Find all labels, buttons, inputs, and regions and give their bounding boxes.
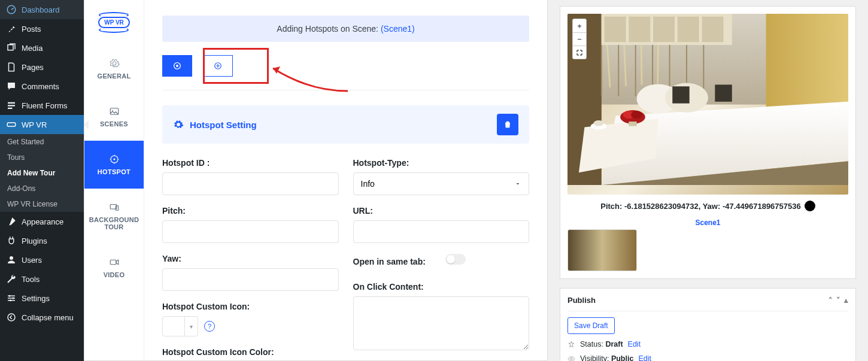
field-yaw: Yaw: bbox=[162, 254, 339, 291]
sliders-icon bbox=[6, 293, 17, 304]
svg-point-9 bbox=[8, 314, 15, 321]
sidebar-item-dashboard[interactable]: Dashboard bbox=[0, 0, 84, 19]
panorama-preview[interactable]: + − bbox=[567, 14, 848, 195]
device-icon bbox=[109, 202, 120, 213]
sidebar-item-collapse[interactable]: Collapse menu bbox=[0, 308, 84, 327]
sub-item-addons[interactable]: Add-Ons bbox=[0, 181, 84, 196]
scene-thumbnail[interactable] bbox=[567, 229, 637, 271]
sidebar-label: Pages bbox=[22, 63, 44, 72]
tab-label: SCENES bbox=[100, 120, 128, 128]
notice-scene-link[interactable]: (Scene1) bbox=[381, 24, 415, 34]
sidebar-item-appearance[interactable]: Appearance bbox=[0, 212, 84, 231]
preview-panel: + − Pitch: -6.181528623094732, Yaw: -47.… bbox=[560, 6, 856, 279]
panel-toggle-button[interactable]: ▴ bbox=[844, 296, 848, 305]
svg-line-49 bbox=[658, 45, 658, 83]
pitch-input[interactable] bbox=[162, 220, 339, 243]
tab-scenes[interactable]: SCENES bbox=[84, 93, 144, 141]
svg-line-48 bbox=[641, 45, 642, 84]
status-row: Status: Draft Edit bbox=[567, 340, 848, 348]
video-icon bbox=[109, 257, 120, 268]
zoom-in-button[interactable]: + bbox=[573, 19, 586, 32]
trash-icon bbox=[503, 120, 512, 129]
pin-icon bbox=[6, 23, 17, 34]
panel-move-up-button[interactable]: ˄ bbox=[828, 296, 833, 305]
hotspot-tab-current[interactable] bbox=[162, 55, 192, 77]
svg-rect-4 bbox=[7, 123, 16, 126]
custom-icon-picker[interactable]: ▾ bbox=[162, 316, 198, 336]
tab-video[interactable]: VIDEO bbox=[84, 244, 144, 292]
sidebar-item-comments[interactable]: Comments bbox=[0, 77, 84, 96]
label: Pitch: bbox=[162, 206, 339, 216]
tab-general[interactable]: GENERAL bbox=[84, 45, 144, 93]
sidebar-item-wpvr[interactable]: WP VR bbox=[0, 115, 84, 134]
on-click-textarea[interactable] bbox=[353, 296, 530, 350]
svg-point-6 bbox=[9, 295, 11, 297]
save-draft-button[interactable]: Save Draft bbox=[567, 317, 615, 334]
sub-item-tours[interactable]: Tours bbox=[0, 150, 84, 165]
sidebar-label: Fluent Forms bbox=[22, 101, 68, 110]
sidebar-item-posts[interactable]: Posts bbox=[0, 19, 84, 38]
svg-rect-38 bbox=[672, 86, 689, 103]
hotspot-tab-bar bbox=[162, 55, 529, 77]
edit-status-link[interactable]: Edit bbox=[628, 340, 641, 348]
download-icon bbox=[807, 203, 813, 209]
sidebar-label: Collapse menu bbox=[22, 313, 74, 322]
wrench-icon bbox=[6, 274, 17, 284]
publish-panel: Publish ˄ ˅ ▴ Save Draft Status: Draft E… bbox=[560, 288, 856, 361]
field-hotspot-id: Hotspot ID : bbox=[162, 158, 339, 195]
plug-icon bbox=[6, 235, 17, 246]
sidebar-item-settings[interactable]: Settings bbox=[0, 289, 84, 308]
gear-icon bbox=[109, 58, 120, 69]
scene-thumb-label[interactable]: Scene1 bbox=[567, 219, 848, 227]
zoom-out-button[interactable]: − bbox=[573, 32, 586, 45]
tab-hotspot[interactable]: HOTSPOT bbox=[84, 141, 144, 189]
sidebar-item-media[interactable]: Media bbox=[0, 38, 84, 57]
hotspot-type-select[interactable]: Info bbox=[353, 172, 530, 195]
divider bbox=[162, 90, 529, 90]
label: Hotspot-Type: bbox=[353, 158, 530, 168]
sidebar-label: Users bbox=[22, 256, 42, 265]
pano-controls: + − bbox=[572, 19, 587, 59]
vr-icon bbox=[6, 119, 17, 130]
target-icon bbox=[109, 154, 120, 165]
sidebar-item-tools[interactable]: Tools bbox=[0, 269, 84, 289]
add-hotspot-button[interactable] bbox=[203, 55, 233, 77]
fullscreen-button[interactable] bbox=[573, 45, 586, 59]
label: Hotspot Custom Icon: bbox=[162, 302, 339, 311]
scene-thumbnails: Scene1 bbox=[567, 219, 848, 271]
sidebar-label: Posts bbox=[22, 25, 41, 34]
sidebar-label: Appearance bbox=[22, 217, 63, 226]
url-input[interactable] bbox=[353, 220, 530, 243]
pin-icon bbox=[567, 341, 575, 348]
yaw-input[interactable] bbox=[162, 268, 339, 291]
svg-point-7 bbox=[13, 298, 14, 299]
sub-item-license[interactable]: WP VR License bbox=[0, 196, 84, 212]
editor-panel: WP VR GENERAL SCENES HOTSPOT BACKGROUND … bbox=[84, 0, 548, 361]
tab-background-tour[interactable]: BACKGROUND TOUR bbox=[84, 189, 144, 244]
sidebar-item-fluent-forms[interactable]: Fluent Forms bbox=[0, 96, 84, 115]
visibility-row: Visibility: Public Edit bbox=[567, 354, 848, 361]
sidebar-item-users[interactable]: Users bbox=[0, 250, 84, 269]
sidebar-label: Comments bbox=[22, 82, 59, 91]
hotspot-id-input[interactable] bbox=[162, 172, 339, 195]
delete-hotspot-button[interactable] bbox=[497, 114, 518, 135]
apply-coords-button[interactable] bbox=[805, 201, 815, 211]
edit-visibility-link[interactable]: Edit bbox=[638, 354, 651, 361]
wpvr-logo: WP VR bbox=[84, 0, 144, 45]
sub-item-add-new-tour[interactable]: Add New Tour bbox=[0, 165, 84, 181]
sidebar-label: WP VR bbox=[22, 120, 47, 129]
svg-point-41 bbox=[594, 120, 604, 126]
dashboard-icon bbox=[6, 4, 17, 15]
field-pitch: Pitch: bbox=[162, 206, 339, 243]
scene-notice: Adding Hotspots on Scene: (Scene1) bbox=[162, 16, 529, 42]
tab-label: HOTSPOT bbox=[98, 168, 130, 175]
open-same-tab-toggle[interactable] bbox=[445, 254, 466, 265]
help-icon[interactable]: ? bbox=[204, 321, 215, 332]
sidebar-item-pages[interactable]: Pages bbox=[0, 57, 84, 77]
sidebar-item-plugins[interactable]: Plugins bbox=[0, 231, 84, 250]
sub-item-get-started[interactable]: Get Started bbox=[0, 134, 84, 150]
svg-rect-3 bbox=[8, 108, 13, 109]
label: Hotspot ID : bbox=[162, 158, 339, 168]
panel-move-down-button[interactable]: ˅ bbox=[836, 296, 840, 305]
panorama-scene-svg bbox=[567, 14, 848, 185]
